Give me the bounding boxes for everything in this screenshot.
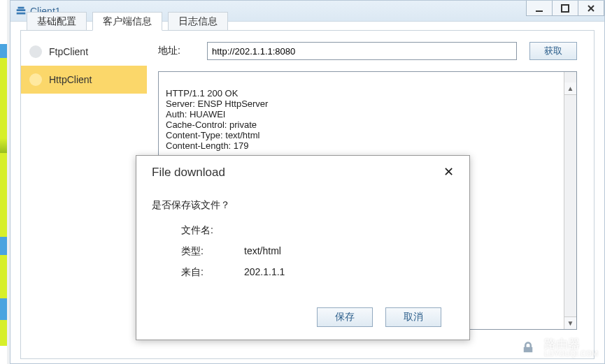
sidebar: FtpClient HttpClient bbox=[21, 34, 147, 358]
dialog-title: File download bbox=[152, 166, 225, 180]
filename-label: 文件名: bbox=[181, 224, 244, 237]
dialog-row-type: 类型: text/html bbox=[181, 245, 454, 258]
decor-left-strip bbox=[0, 0, 7, 364]
sidebar-item-label: FtpClient bbox=[49, 46, 88, 57]
response-text: HTTP/1.1 200 OK Server: ENSP HttpServer … bbox=[166, 88, 268, 151]
dialog-row-filename: 文件名: bbox=[181, 224, 454, 237]
cancel-button[interactable]: 取消 bbox=[385, 307, 441, 327]
from-label: 来自: bbox=[181, 266, 244, 279]
type-value: text/html bbox=[244, 245, 281, 258]
file-download-dialog: File download ✕ 是否保存该文件？ 文件名: 类型: text/h… bbox=[136, 155, 470, 340]
tabs: 基础配置 客户端信息 日志信息 bbox=[21, 12, 594, 31]
sidebar-item-httpclient[interactable]: HttpClient bbox=[21, 66, 147, 94]
dialog-question: 是否保存该文件？ bbox=[152, 199, 454, 212]
tab-log-info[interactable]: 日志信息 bbox=[168, 12, 228, 31]
tab-client-info[interactable]: 客户端信息 bbox=[92, 12, 162, 31]
address-label: 地址: bbox=[158, 45, 194, 57]
type-label: 类型: bbox=[181, 245, 244, 258]
save-button[interactable]: 保存 bbox=[317, 307, 373, 327]
dialog-close-icon[interactable]: ✕ bbox=[443, 166, 454, 178]
scroll-down-icon[interactable]: ▼ bbox=[564, 316, 576, 329]
sidebar-item-ftpclient[interactable]: FtpClient bbox=[21, 38, 147, 66]
dialog-buttons: 保存 取消 bbox=[317, 307, 441, 327]
scrollbar[interactable]: ▲ ▼ bbox=[564, 72, 576, 329]
sidebar-item-label: HttpClient bbox=[49, 74, 92, 85]
dot-icon bbox=[29, 73, 42, 86]
scroll-up-icon[interactable]: ▲ bbox=[564, 82, 576, 95]
dot-icon bbox=[29, 45, 42, 58]
svg-rect-1 bbox=[562, 5, 569, 12]
dialog-header: File download ✕ bbox=[152, 166, 454, 180]
address-input[interactable] bbox=[207, 42, 517, 60]
tab-basic-config[interactable]: 基础配置 bbox=[27, 12, 87, 31]
fetch-button[interactable]: 获取 bbox=[529, 42, 577, 60]
dialog-fields: 文件名: 类型: text/html 来自: 202.1.1.1 bbox=[152, 224, 454, 279]
dialog-row-from: 来自: 202.1.1.1 bbox=[181, 266, 454, 279]
address-row: 地址: 获取 bbox=[158, 42, 577, 60]
from-value: 202.1.1.1 bbox=[244, 266, 285, 279]
